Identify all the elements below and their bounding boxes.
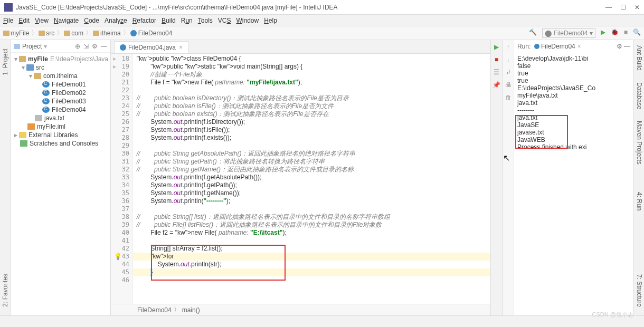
folder-icon <box>3 31 10 36</box>
tree-src[interactable]: ▾src <box>13 63 108 72</box>
tab-favorites[interactable]: 2: Favorites <box>1 271 10 310</box>
crumb[interactable]: FileDemo04 <box>137 306 172 314</box>
crumb-src[interactable]: src <box>46 30 54 37</box>
menu-code[interactable]: Code <box>84 17 99 24</box>
code-area[interactable]: "kw">public "kw">class FileDemo04 { "kw"… <box>133 54 490 304</box>
tree-scratches[interactable]: Scratches and Consoles <box>13 139 108 148</box>
trash-icon[interactable]: 🗑 <box>505 94 512 101</box>
project-panel: Project ▾ ⊕ ⇲ ⚙ — ▾myFileE:\IdeaProjects… <box>11 40 111 315</box>
run-output[interactable]: E:\develop\Java\jdk-11\bifalsetruetrueE:… <box>514 53 633 315</box>
close-icon[interactable]: × <box>577 43 581 50</box>
menu-tools[interactable]: Tools <box>198 17 213 24</box>
window-title: JavaSE_Code [E:\IdeaProjects\JavaSE_Code… <box>16 4 605 11</box>
run-button[interactable]: ▶ <box>601 28 605 38</box>
debug-button[interactable]: 🐞 <box>611 28 619 38</box>
run-header: Run: FileDemo04 × ⚙ — <box>514 40 633 53</box>
search-icon[interactable]: 🔍 <box>633 28 641 38</box>
gear-icon[interactable]: ⚙ — <box>617 43 630 50</box>
config-icon <box>534 44 539 49</box>
menu-run[interactable]: Run <box>181 17 193 24</box>
tab-run[interactable]: 4: Run <box>634 189 644 214</box>
menu-navigate[interactable]: Navigate <box>54 17 79 24</box>
stop-icon[interactable]: ■ <box>495 56 498 63</box>
rerun-icon[interactable]: ▶ <box>494 43 499 51</box>
crumb-myfile[interactable]: myFile <box>11 30 29 37</box>
editor-breadcrumb: FileDemo04〉 main() <box>111 304 490 315</box>
menu-window[interactable]: Window <box>236 17 259 24</box>
menu-vcs[interactable]: VCS <box>218 17 231 24</box>
layout-icon[interactable]: ☰ <box>494 69 499 76</box>
project-header: Project <box>22 43 42 50</box>
folder-icon <box>39 31 45 36</box>
menu-edit[interactable]: Edit <box>18 17 30 24</box>
run-output-toolbar: ↑ ↓ ↲ 🖶 🗑 <box>503 40 514 315</box>
right-tool-strip: Ant Build Database Maven Projects 4: Run… <box>633 40 644 315</box>
menu-view[interactable]: View <box>35 17 49 24</box>
navigation-bar: myFile〉 src〉 com〉 itheima〉 FileDemo04 🔨 … <box>0 26 644 40</box>
tree-iml[interactable]: myFile.iml <box>13 122 108 131</box>
run-label: Run: <box>517 43 531 50</box>
crumb-filedemo04[interactable]: FileDemo04 <box>138 30 173 37</box>
editor-tab[interactable]: FileDemo04.java × <box>114 41 188 53</box>
run-config-dropdown[interactable]: ⬤ FileDemo04 ▾ <box>542 28 595 38</box>
menu-build[interactable]: Build <box>162 17 176 24</box>
close-button[interactable]: ✕ <box>634 4 640 11</box>
tab-maven[interactable]: Maven Projects <box>634 118 644 168</box>
tab-label: FileDemo04.java <box>128 44 176 51</box>
crumb-itheima[interactable]: itheima <box>100 30 121 37</box>
close-tab-icon[interactable]: × <box>179 44 183 51</box>
maximize-button[interactable]: ☐ <box>620 4 626 11</box>
tab-project[interactable]: 1: Project <box>1 45 10 79</box>
class-icon <box>130 30 137 36</box>
collapse-icon[interactable]: ⇲ <box>83 43 89 50</box>
status-bar <box>0 315 644 327</box>
menu-help[interactable]: Help <box>264 17 277 24</box>
minimize-button[interactable]: — <box>605 4 612 11</box>
menu-refactor[interactable]: Refactor <box>132 17 156 24</box>
hide-icon[interactable]: — <box>101 43 107 50</box>
menu-file[interactable]: File <box>3 17 13 24</box>
tree-file[interactable]: FileDemo04 <box>13 105 108 114</box>
editor-body[interactable]: ▸18▸192021222324252627282930313233343536… <box>111 54 490 304</box>
up-icon[interactable]: ↑ <box>507 43 510 51</box>
run-config-name[interactable]: FileDemo04 <box>541 43 575 50</box>
intellij-icon <box>4 3 13 12</box>
menu-bar: File Edit View Navigate Code Analyze Ref… <box>0 15 644 26</box>
crumb-com[interactable]: com <box>71 30 83 37</box>
project-tree[interactable]: ▾myFileE:\IdeaProjects\Java ▾src ▾com.it… <box>11 53 110 150</box>
class-icon <box>120 44 126 51</box>
tree-ext-libs[interactable]: ▸External Libraries <box>13 131 108 139</box>
editor-area: FileDemo04.java × ▸18▸192021222324252627… <box>111 40 491 315</box>
menu-analyze[interactable]: Analyze <box>105 17 127 24</box>
title-bar: JavaSE_Code [E:\IdeaProjects\JavaSE_Code… <box>0 0 644 15</box>
tab-antbuild[interactable]: Ant Build <box>634 42 644 74</box>
editor-tab-bar: FileDemo04.java × <box>111 40 490 54</box>
mouse-cursor-icon: ↖ <box>503 153 510 163</box>
folder-icon <box>93 31 99 36</box>
gutter: ▸18▸192021222324252627282930313233343536… <box>111 54 133 304</box>
expand-icon[interactable]: ⊕ <box>75 43 80 50</box>
tree-txt[interactable]: java.txt <box>13 114 108 122</box>
tree-pkg[interactable]: ▾com.itheima <box>13 72 108 80</box>
tree-file[interactable]: FileDemo02 <box>13 89 108 97</box>
project-view-icon <box>14 44 20 49</box>
wrap-icon[interactable]: ↲ <box>506 69 511 76</box>
tree-root[interactable]: ▾myFileE:\IdeaProjects\Java <box>13 55 108 63</box>
left-tool-strip: 1: Project 2: Favorites <box>0 40 11 315</box>
watermark: CSDN @包小志 <box>592 311 633 319</box>
folder-icon <box>64 31 70 36</box>
crumb[interactable]: main() <box>182 306 200 314</box>
tab-database[interactable]: Database <box>634 79 644 112</box>
run-toolbar: ▶ ■ ☰ 📌 <box>491 40 503 315</box>
build-icon[interactable]: 🔨 <box>529 28 537 38</box>
tab-structure[interactable]: 7: Structure <box>634 271 644 310</box>
tree-file[interactable]: FileDemo01 <box>13 80 108 89</box>
gear-icon[interactable]: ⚙ <box>92 43 98 50</box>
print-icon[interactable]: 🖶 <box>505 81 512 89</box>
down-icon[interactable]: ↓ <box>507 56 510 63</box>
tree-file[interactable]: FileDemo03 <box>13 97 108 105</box>
pin-icon[interactable]: 📌 <box>493 81 500 89</box>
stop-button[interactable]: ■ <box>624 28 628 38</box>
